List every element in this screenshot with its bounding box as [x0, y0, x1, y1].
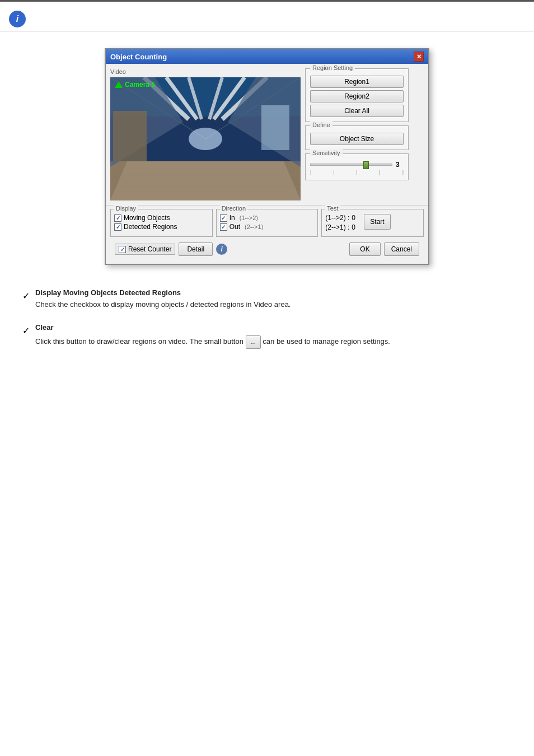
display-label: Display — [114, 205, 138, 212]
direction-in-arrow: (1-->2) — [240, 214, 258, 221]
test-label: Test — [325, 205, 340, 212]
direction-in-label: In — [229, 214, 235, 222]
detected-regions-label: Detected Regions — [124, 223, 177, 231]
object-counting-dialog: Object Counting ✕ Video — [105, 48, 429, 265]
video-label: Video — [110, 68, 301, 75]
action-bar: Reset Counter Detail i OK Cancel — [110, 240, 424, 260]
moving-objects-checkbox[interactable] — [114, 214, 121, 222]
moving-objects-row: Moving Objects — [114, 214, 209, 222]
test-row1-label: (1-->2) : — [325, 214, 349, 222]
direction-out-checkbox[interactable] — [220, 223, 227, 231]
direction-out-arrow: (2-->1) — [245, 223, 263, 230]
sensitivity-label: Sensitivity — [310, 150, 343, 156]
direction-out-row: Out (2-->1) — [220, 223, 315, 231]
direction-group: Direction In (1-->2) Out (2-->1) — [216, 209, 318, 237]
camera-name: Camera 5 — [125, 81, 155, 88]
region1-button[interactable]: Region1 — [310, 76, 404, 88]
region2-button[interactable]: Region2 — [310, 90, 404, 102]
sensitivity-row: 3 — [310, 161, 404, 169]
test-row-2: (2-->1) : 0 — [325, 223, 360, 231]
bullet1-body: Check the checkbox to display moving obj… — [35, 300, 291, 309]
video-panel: Video — [110, 68, 301, 200]
bottom-section: Display Moving Objects Detected Regions — [106, 205, 428, 264]
info-icon-letter: i — [16, 14, 18, 24]
dialog-body: Video — [106, 64, 428, 205]
direction-label: Direction — [220, 205, 247, 212]
detail-button[interactable]: Detail — [179, 242, 213, 256]
test-start-button[interactable]: Start — [364, 214, 390, 230]
dialog-titlebar: Object Counting ✕ — [106, 49, 428, 64]
top-border — [0, 0, 534, 2]
direction-in-row: In (1-->2) — [220, 214, 315, 222]
bullet-check-2: ✓ — [22, 323, 30, 338]
bullet2-body: Click this button to draw/clear regions … — [35, 337, 246, 346]
bullet-item-1: ✓ Display Moving Objects Detected Region… — [22, 287, 512, 311]
bullet-text-2: Clear Click this button to draw/clear re… — [35, 322, 390, 351]
bullet-check-1: ✓ — [22, 288, 30, 304]
camera-label: Camera 5 — [115, 81, 155, 88]
video-svg — [110, 77, 301, 200]
bullet2-highlight: Clear — [35, 323, 54, 332]
bullet1-highlight: Display Moving Objects Detected Regions — [35, 288, 181, 297]
test-row2-label: (2-->1) : — [325, 223, 349, 231]
clear-all-button[interactable]: Clear All — [310, 105, 404, 117]
direction-out-label: Out — [229, 223, 240, 231]
bullet-text-1: Display Moving Objects Detected Regions … — [35, 287, 291, 311]
svg-point-6 — [189, 128, 222, 150]
info-bar: i — [0, 7, 534, 31]
define-group: Define Object Size — [305, 125, 409, 150]
camera-icon — [115, 81, 123, 88]
bullet-item-2: ✓ Clear Click this button to draw/clear … — [22, 322, 512, 351]
detected-regions-row: Detected Regions — [114, 223, 209, 231]
bottom-row: Display Moving Objects Detected Regions — [110, 209, 424, 237]
test-group: Test (1-->2) : 0 (2-->1) : 0 — [321, 209, 424, 237]
body-text-area: ✓ Display Moving Objects Detected Region… — [0, 276, 534, 374]
moving-objects-label: Moving Objects — [124, 214, 170, 222]
small-button-example: ... — [246, 335, 261, 349]
dialog-title: Object Counting — [110, 53, 167, 61]
sensitivity-slider-thumb[interactable] — [363, 161, 369, 169]
detail-info-icon: i — [216, 244, 227, 255]
svg-rect-16 — [261, 105, 289, 150]
test-values: (1-->2) : 0 (2-->1) : 0 — [325, 214, 360, 233]
ok-button[interactable]: OK — [349, 242, 380, 256]
reset-counter-row: Reset Counter — [115, 244, 175, 255]
test-row-1: (1-->2) : 0 — [325, 214, 360, 222]
cancel-button[interactable]: Cancel — [384, 242, 419, 256]
reset-counter-checkbox[interactable] — [119, 246, 126, 253]
display-group: Display Moving Objects Detected Regions — [110, 209, 213, 237]
slider-ticks: | | | | | — [310, 170, 404, 175]
dialog-wrapper: Object Counting ✕ Video — [0, 43, 534, 276]
bullet2-body-2: can be used to manage region settings. — [263, 337, 390, 346]
info-icon: i — [9, 11, 26, 27]
region-setting-group: Region Setting Region1 Region2 Clear All — [305, 68, 409, 122]
define-label: Define — [310, 122, 332, 128]
region-setting-label: Region Setting — [310, 64, 355, 71]
right-panel: Region Setting Region1 Region2 Clear All… — [305, 68, 409, 200]
sensitivity-group: Sensitivity 3 | | | | — [305, 153, 409, 180]
detected-regions-checkbox[interactable] — [114, 223, 121, 231]
sensitivity-slider-track[interactable] — [310, 164, 392, 166]
sensitivity-value: 3 — [396, 161, 404, 169]
video-area: Camera 5 — [110, 77, 301, 200]
svg-marker-5 — [110, 161, 301, 200]
test-row1-value: 0 — [352, 214, 360, 222]
object-size-button[interactable]: Object Size — [310, 133, 404, 145]
svg-rect-15 — [113, 111, 147, 161]
dialog-close-button[interactable]: ✕ — [414, 52, 424, 62]
test-row2-value: 0 — [352, 223, 360, 231]
direction-in-checkbox[interactable] — [220, 214, 227, 222]
reset-counter-label: Reset Counter — [128, 245, 171, 253]
